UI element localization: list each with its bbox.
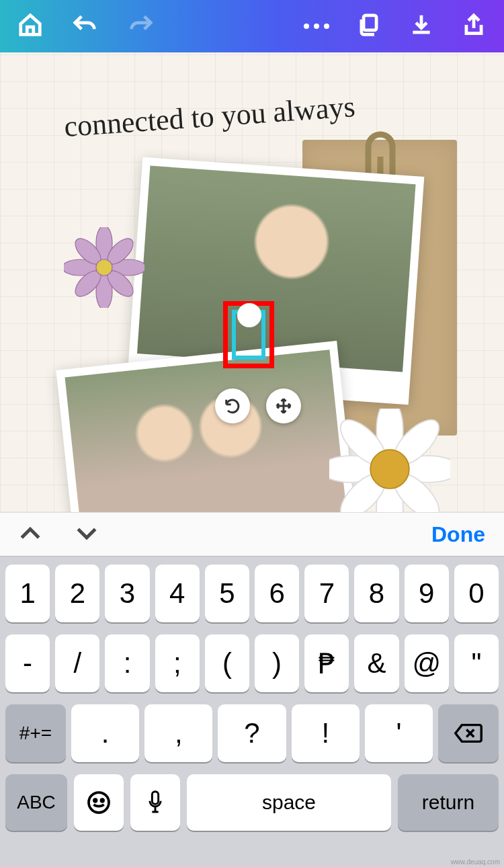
home-icon[interactable] bbox=[17, 12, 43, 40]
key-return[interactable]: return bbox=[398, 774, 499, 831]
rotate-button[interactable] bbox=[215, 388, 250, 423]
watermark: www.deuaq.com bbox=[451, 858, 500, 866]
prev-field-button[interactable] bbox=[19, 526, 42, 543]
key-6[interactable]: 6 bbox=[255, 565, 299, 622]
redo-icon[interactable] bbox=[126, 12, 156, 40]
selection-handle[interactable] bbox=[237, 303, 261, 327]
key-symbols-switch[interactable]: #+= bbox=[5, 704, 66, 762]
flower-daisy-sticker bbox=[329, 409, 450, 512]
key-ampersand[interactable]: & bbox=[354, 634, 398, 692]
undo-icon[interactable] bbox=[70, 12, 99, 40]
key-quote[interactable]: " bbox=[454, 634, 499, 692]
svg-rect-22 bbox=[152, 792, 158, 804]
key-colon[interactable]: : bbox=[105, 634, 149, 692]
key-slash[interactable]: / bbox=[55, 634, 99, 692]
more-icon[interactable] bbox=[304, 24, 329, 29]
key-5[interactable]: 5 bbox=[205, 565, 249, 622]
key-2[interactable]: 2 bbox=[55, 565, 99, 622]
svg-rect-0 bbox=[364, 15, 376, 30]
key-apostrophe[interactable]: ' bbox=[365, 704, 433, 762]
polaroid-bottom[interactable] bbox=[56, 341, 360, 512]
move-button[interactable] bbox=[266, 388, 301, 423]
field-nav bbox=[19, 526, 98, 543]
keyboard-row-4: ABC space return bbox=[4, 774, 500, 831]
app-toolbar bbox=[0, 0, 504, 52]
toolbar-right bbox=[304, 12, 487, 40]
key-paren-close[interactable]: ) bbox=[255, 634, 299, 692]
done-button[interactable]: Done bbox=[431, 522, 485, 547]
key-space[interactable]: space bbox=[187, 774, 391, 831]
key-paren-open[interactable]: ( bbox=[205, 634, 249, 692]
share-icon[interactable] bbox=[461, 12, 487, 40]
key-period[interactable]: . bbox=[71, 704, 139, 762]
layers-icon[interactable] bbox=[356, 12, 382, 40]
next-field-button[interactable] bbox=[75, 526, 98, 543]
key-peso[interactable]: ₱ bbox=[304, 634, 349, 692]
key-4[interactable]: 4 bbox=[155, 565, 200, 622]
key-8[interactable]: 8 bbox=[354, 565, 398, 622]
svg-point-18 bbox=[370, 450, 409, 489]
key-7[interactable]: 7 bbox=[304, 565, 349, 622]
svg-point-21 bbox=[101, 799, 103, 802]
key-exclaim[interactable]: ! bbox=[292, 704, 360, 762]
keyboard: 1 2 3 4 5 6 7 8 9 0 - / : ; ( ) ₱ & @ " … bbox=[0, 556, 504, 867]
key-0[interactable]: 0 bbox=[454, 565, 499, 622]
key-dash[interactable]: - bbox=[5, 634, 50, 692]
download-icon[interactable] bbox=[409, 12, 434, 40]
key-1[interactable]: 1 bbox=[5, 565, 50, 622]
key-mic[interactable] bbox=[130, 774, 180, 831]
keyboard-row-1: 1 2 3 4 5 6 7 8 9 0 bbox=[4, 565, 500, 622]
svg-point-9 bbox=[96, 259, 112, 276]
key-9[interactable]: 9 bbox=[405, 565, 449, 622]
key-abc[interactable]: ABC bbox=[5, 774, 67, 831]
svg-point-19 bbox=[89, 792, 109, 813]
photo-bottom bbox=[65, 349, 349, 512]
toolbar-left bbox=[17, 12, 156, 40]
text-selection-box[interactable] bbox=[223, 301, 274, 368]
key-question[interactable]: ? bbox=[218, 704, 286, 762]
svg-point-20 bbox=[94, 799, 97, 802]
flower-pink-sticker bbox=[64, 227, 144, 308]
element-controls bbox=[215, 388, 301, 423]
key-at[interactable]: @ bbox=[405, 634, 449, 692]
keyboard-row-2: - / : ; ( ) ₱ & @ " bbox=[4, 634, 500, 692]
key-emoji[interactable] bbox=[74, 774, 124, 831]
key-3[interactable]: 3 bbox=[105, 565, 149, 622]
editor-canvas[interactable]: connected to you always bbox=[0, 52, 504, 512]
keyboard-row-3: #+= . , ? ! ' bbox=[4, 704, 500, 762]
key-backspace[interactable] bbox=[438, 704, 499, 762]
photo-top bbox=[137, 166, 416, 372]
key-comma[interactable]: , bbox=[144, 704, 212, 762]
keyboard-accessory: Done bbox=[0, 512, 504, 556]
key-semicolon[interactable]: ; bbox=[155, 634, 200, 692]
